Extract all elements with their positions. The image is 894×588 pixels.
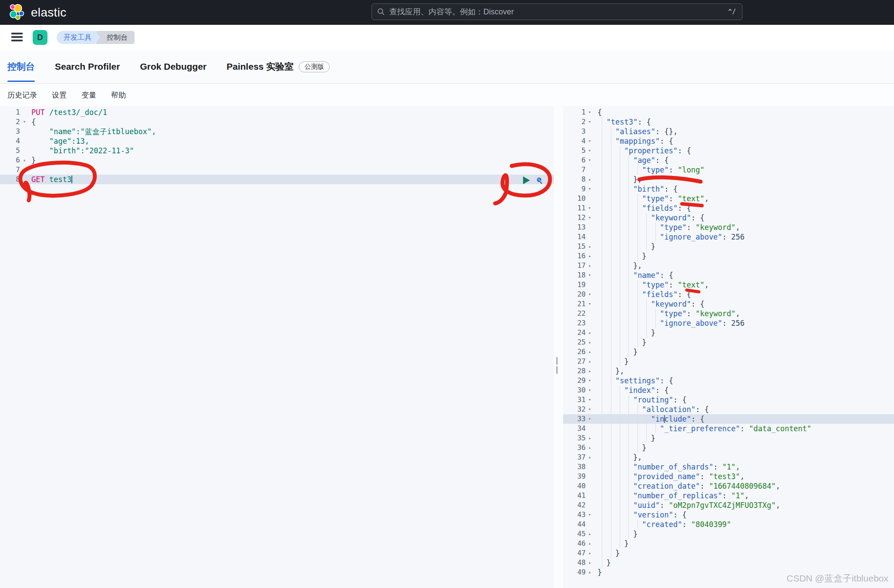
fold-open-icon[interactable]: ▾ [586,510,594,520]
menu-history[interactable]: 历史记录 [7,90,37,100]
code-line[interactable]: 22 "type": "keyword", [563,309,894,318]
code-line[interactable]: 36▴ } [563,443,894,453]
play-request-icon[interactable] [523,176,530,184]
code-line[interactable]: 10 "type": "text", [563,194,894,203]
fold-open-icon[interactable]: ▾ [586,155,594,165]
fold-open-icon[interactable]: ▾ [586,184,594,194]
code-line[interactable]: 37▴ }, [563,453,894,462]
code-line[interactable]: 39 "provided_name": "test3", [563,472,894,481]
code-line[interactable]: 28▴ }, [563,366,894,376]
response-output[interactable]: 1▾{2▾ "test3": {3 "aliases": {},4▾ "mapp… [563,106,894,588]
fold-open-icon[interactable]: ▾ [586,270,594,280]
code-line[interactable]: 7 [0,165,554,175]
fold-open-icon[interactable]: ▾ [586,213,594,223]
code-line[interactable]: 25▴ } [563,338,894,347]
code-line[interactable]: 6▾ "age": { [563,155,894,165]
brand-wordmark[interactable]: elastic [31,6,66,20]
code-line[interactable]: 8▴ }, [563,175,894,184]
code-line[interactable]: 16▴ } [563,251,894,261]
tab-search-profiler[interactable]: Search Profiler [55,50,120,83]
wrench-icon[interactable] [534,176,543,185]
fold-open-icon[interactable]: ▾ [586,414,594,424]
code-line[interactable]: 17▴ }, [563,261,894,270]
tab-grok-debugger[interactable]: Grok Debugger [140,50,206,83]
fold-close-icon[interactable]: ▴ [586,347,594,357]
fold-open-icon[interactable]: ▾ [586,117,594,127]
code-line[interactable]: 5▾ "properties": { [563,146,894,155]
code-line[interactable]: 33▾ "include": { [563,414,894,424]
breadcrumb-console[interactable]: 控制台 [96,31,135,44]
global-search-input[interactable]: 查找应用、内容等。例如：Discover ^/ [371,3,742,20]
code-line[interactable]: 34 "_tier_preference": "data_content" [563,424,894,433]
code-line[interactable]: 2▾{ [0,117,554,127]
tab-painless-lab[interactable]: Painless 实验室 公测版 [226,50,330,83]
menu-variables[interactable]: 变量 [81,90,96,100]
fold-open-icon[interactable]: ▾ [586,136,594,146]
fold-close-icon[interactable]: ▴ [586,338,594,347]
fold-close-icon[interactable]: ▴ [586,529,594,539]
fold-close-icon[interactable]: ▴ [586,453,594,462]
code-line[interactable]: 23 "ignore_above": 256 [563,318,894,328]
splitter-handle-icon[interactable] [557,357,560,365]
menu-help[interactable]: 帮助 [111,90,126,100]
code-line[interactable]: 11▾ "fields": { [563,203,894,213]
fold-open-icon[interactable]: ▾ [586,299,594,309]
fold-open-icon[interactable]: ▾ [586,203,594,213]
code-line[interactable]: 2▾ "test3": { [563,117,894,127]
code-line[interactable]: 3 "name":"蓝盒子itbluebox", [0,127,554,136]
code-line[interactable]: 4 "age":13, [0,136,554,146]
code-line[interactable]: 8GET test3 [0,175,554,184]
menu-settings[interactable]: 设置 [52,90,67,100]
fold-open-icon[interactable]: ▾ [586,395,594,405]
code-line[interactable]: 12▾ "keyword": { [563,213,894,223]
code-line[interactable]: 3 "aliases": {}, [563,127,894,136]
fold-close-icon[interactable]: ▴ [586,251,594,261]
fold-open-icon[interactable]: ▾ [20,117,29,127]
code-line[interactable]: 14 "ignore_above": 256 [563,232,894,242]
code-line[interactable]: 43▾ "version": { [563,510,894,520]
code-line[interactable]: 15▴ } [563,242,894,251]
code-line[interactable]: 30▾ "index": { [563,385,894,395]
code-line[interactable]: 18▾ "name": { [563,270,894,280]
code-line[interactable]: 9▾ "birth": { [563,184,894,194]
fold-close-icon[interactable]: ▴ [586,261,594,270]
code-line[interactable]: 41 "number_of_replicas": "1", [563,491,894,500]
code-line[interactable]: 42 "uuid": "oM2pn7gvTXC4ZjMFUO3TXg", [563,500,894,510]
code-line[interactable]: 7 "type": "long" [563,165,894,175]
code-line[interactable]: 21▾ "keyword": { [563,299,894,309]
code-line[interactable]: 4▾ "mappings": { [563,136,894,146]
code-line[interactable]: 35▴ } [563,433,894,443]
breadcrumb-dev-tools[interactable]: 开发工具 [57,31,100,44]
code-line[interactable]: 6▴} [0,155,554,165]
fold-close-icon[interactable]: ▴ [586,568,594,577]
fold-open-icon[interactable]: ▾ [586,405,594,414]
code-line[interactable]: 32▾ "allocation": { [563,405,894,414]
code-line[interactable]: 29▾ "settings": { [563,376,894,385]
fold-close-icon[interactable]: ▴ [586,328,594,338]
fold-open-icon[interactable]: ▾ [586,108,594,117]
space-avatar[interactable]: D [33,30,47,45]
fold-close-icon[interactable]: ▴ [586,558,594,568]
fold-close-icon[interactable]: ▴ [586,433,594,443]
code-line[interactable]: 44 "created": "8040399" [563,520,894,529]
fold-close-icon[interactable]: ▴ [586,548,594,558]
code-line[interactable]: 31▾ "routing": { [563,395,894,405]
fold-close-icon[interactable]: ▴ [20,155,29,165]
code-line[interactable]: 20▾ "fields": { [563,290,894,299]
code-line[interactable]: 26▴ } [563,347,894,357]
tab-console[interactable]: 控制台 [7,50,35,83]
code-line[interactable]: 1▾{ [563,108,894,117]
fold-open-icon[interactable]: ▾ [586,146,594,155]
code-line[interactable]: 46▴ } [563,539,894,548]
code-line[interactable]: 24▴ } [563,328,894,338]
fold-open-icon[interactable]: ▾ [586,385,594,395]
code-line[interactable]: 48▴ } [563,558,894,568]
code-line[interactable]: 5 "birth":"2022-11-3" [0,146,554,155]
fold-close-icon[interactable]: ▴ [586,357,594,366]
code-line[interactable]: 19 "type": "text", [563,280,894,290]
code-line[interactable]: 38 "number_of_shards": "1", [563,462,894,472]
code-line[interactable]: 27▴ } [563,357,894,366]
code-line[interactable]: 13 "type": "keyword", [563,223,894,232]
fold-open-icon[interactable]: ▾ [586,290,594,299]
elastic-logo-icon[interactable] [9,3,26,22]
